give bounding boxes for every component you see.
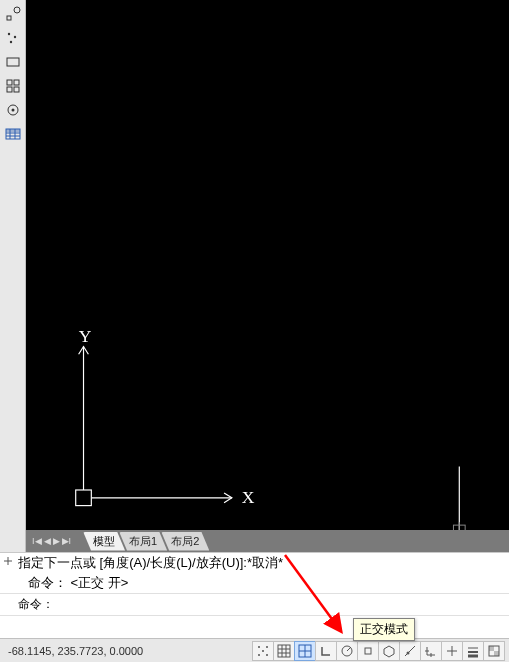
svg-point-2 xyxy=(7,33,9,35)
status-snap-mode[interactable] xyxy=(273,641,295,661)
svg-rect-55 xyxy=(494,651,499,656)
ucs-icon-tool[interactable] xyxy=(2,3,24,25)
status-ducs[interactable] xyxy=(420,641,442,661)
svg-point-28 xyxy=(266,654,268,656)
tab-next-icon[interactable]: ▶ xyxy=(53,536,60,546)
tab-nav-buttons: I◀ ◀ ▶ ▶I xyxy=(26,536,77,546)
command-prompt-label: 命令： xyxy=(18,596,54,613)
tab-model[interactable]: 模型 xyxy=(83,532,125,551)
svg-rect-8 xyxy=(7,87,12,92)
tab-label: 布局1 xyxy=(129,535,157,547)
viewport-svg: X Y xyxy=(26,0,509,530)
status-3d-osnap[interactable] xyxy=(378,641,400,661)
svg-marker-41 xyxy=(384,646,394,657)
command-prompt-row: 命令： xyxy=(0,593,509,615)
command-area: 指定下一点或 [角度(A)/长度(L)/放弃(U)]:*取消* 命令： <正交 … xyxy=(0,552,509,638)
status-infer-constraints[interactable] xyxy=(252,641,274,661)
ucs-icon xyxy=(76,347,232,506)
status-bar: -68.1145, 235.7723, 0.0000 xyxy=(0,638,509,662)
ucs-y-label: Y xyxy=(79,326,92,346)
svg-rect-5 xyxy=(7,58,19,66)
tab-label: 布局2 xyxy=(171,535,199,547)
svg-rect-0 xyxy=(7,16,11,20)
svg-line-39 xyxy=(347,647,351,651)
svg-rect-7 xyxy=(14,80,19,85)
status-lineweight[interactable] xyxy=(462,641,484,661)
svg-line-42 xyxy=(405,646,415,656)
tab-last-icon[interactable]: ▶I xyxy=(62,536,72,546)
svg-rect-40 xyxy=(365,648,371,654)
command-history-line: 命令： <正交 开> xyxy=(0,573,509,593)
svg-rect-17 xyxy=(6,129,20,132)
tooltip-text: 正交模式 xyxy=(360,622,408,636)
status-ortho-mode[interactable] xyxy=(315,641,337,661)
status-otrack[interactable] xyxy=(399,641,421,661)
command-expand-icon[interactable] xyxy=(2,555,14,567)
command-input[interactable] xyxy=(0,616,509,638)
rect-tool[interactable] xyxy=(2,51,24,73)
svg-point-3 xyxy=(13,36,15,38)
status-transparency[interactable] xyxy=(483,641,505,661)
command-history-text-2: 命令： <正交 开> xyxy=(28,575,128,590)
status-dyn-input[interactable] xyxy=(441,641,463,661)
status-toggle-group xyxy=(253,641,509,661)
table-tool[interactable] xyxy=(2,123,24,145)
tab-prev-icon[interactable]: ◀ xyxy=(44,536,51,546)
points-tool[interactable] xyxy=(2,27,24,49)
svg-rect-54 xyxy=(489,646,494,651)
drawing-canvas[interactable]: X Y xyxy=(26,0,509,530)
command-history-line: 指定下一点或 [角度(A)/长度(L)/放弃(U)]:*取消* xyxy=(0,553,509,573)
grid-tool[interactable] xyxy=(2,75,24,97)
svg-point-29 xyxy=(262,650,264,652)
left-tool-palette xyxy=(0,0,26,552)
ucs-x-label: X xyxy=(242,487,255,507)
svg-rect-30 xyxy=(278,645,290,657)
tab-layout1[interactable]: 布局1 xyxy=(119,532,167,551)
svg-point-27 xyxy=(258,654,260,656)
status-grid-display[interactable] xyxy=(294,641,316,661)
tab-label: 模型 xyxy=(93,535,115,547)
ortho-tooltip: 正交模式 xyxy=(353,618,415,641)
tab-first-icon[interactable]: I◀ xyxy=(32,536,42,546)
tab-layout2[interactable]: 布局2 xyxy=(161,532,209,551)
svg-point-25 xyxy=(258,646,260,648)
status-polar-tracking[interactable] xyxy=(336,641,358,661)
svg-point-11 xyxy=(11,109,14,112)
svg-rect-18 xyxy=(76,490,92,506)
coordinate-readout[interactable]: -68.1145, 235.7723, 0.0000 xyxy=(0,645,151,657)
status-object-snap[interactable] xyxy=(357,641,379,661)
svg-point-4 xyxy=(9,41,11,43)
svg-point-1 xyxy=(14,7,20,13)
command-history-text-1: 指定下一点或 [角度(A)/长度(L)/放弃(U)]:*取消* xyxy=(18,555,283,570)
layout-tab-strip: I◀ ◀ ▶ ▶I 模型 布局1 布局2 xyxy=(26,530,509,552)
svg-point-26 xyxy=(266,646,268,648)
svg-rect-6 xyxy=(7,80,12,85)
target-tool[interactable] xyxy=(2,99,24,121)
svg-point-43 xyxy=(407,651,410,654)
svg-rect-9 xyxy=(14,87,19,92)
